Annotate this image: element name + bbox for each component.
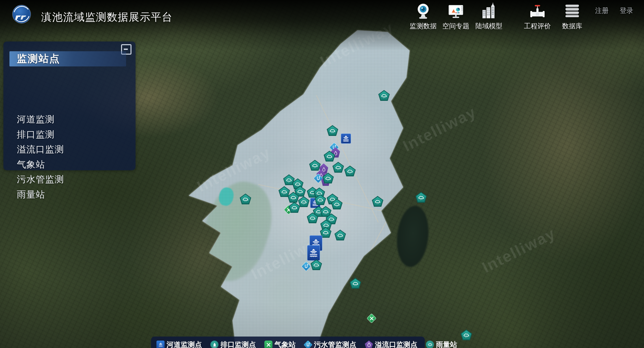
nav-database[interactable]: 数据库: [553, 2, 592, 31]
rain-marker-icon: [324, 175, 332, 182]
panel-title: 监测站点: [9, 52, 60, 66]
nav-label: 监测数据: [410, 22, 437, 31]
legend-item-outlet[interactable]: 排口监测点: [210, 340, 256, 348]
nav-label: 工程评价: [524, 22, 551, 31]
rain-marker-icon: [328, 127, 336, 135]
rain-marker-icon: [462, 332, 470, 339]
rain-marker-icon: [300, 199, 308, 206]
map-marker-weather[interactable]: [367, 314, 376, 323]
sewage-marker-icon: [303, 264, 309, 269]
legend-item-river[interactable]: 河道监测点: [156, 340, 202, 348]
rain-marker-icon: [322, 229, 330, 237]
map-marker-rain[interactable]: [331, 199, 343, 209]
sidebar-item-overflow-monitoring[interactable]: 溢流口监测: [3, 142, 136, 157]
rain-marker-icon: [325, 153, 333, 161]
map-marker-rain[interactable]: [311, 259, 322, 270]
road-line: [337, 200, 398, 313]
map-marker-rain[interactable]: [461, 329, 472, 340]
map-marker-rain[interactable]: [350, 278, 361, 289]
rain-marker-icon: [311, 162, 319, 170]
sidebar-item-river-monitoring[interactable]: 河道监测: [3, 112, 136, 127]
outlet-monitoring-icon: [210, 341, 218, 348]
legend-item-rain[interactable]: 雨量站: [426, 340, 457, 348]
rain-marker-icon: [336, 232, 344, 239]
panel-menu: 河道监测 排口监测 溢流口监测 气象站 污水管监测 雨量站: [3, 112, 136, 202]
company-logo: [11, 4, 32, 24]
panel-title-bar[interactable]: 监测站点: [9, 51, 126, 66]
nav-project-evaluation[interactable]: 工程评价: [518, 2, 557, 31]
rain-marker-icon: [351, 280, 359, 288]
nav-land-model[interactable]: 陆域模型: [469, 2, 508, 31]
sewage-marker-icon: [316, 176, 321, 181]
login-link[interactable]: 登录: [620, 6, 633, 15]
riverBig-marker-icon: [308, 246, 319, 259]
map-marker-rain[interactable]: [415, 192, 427, 203]
nav-label: 空间专题: [442, 22, 469, 31]
sidebar-item-sewage-pipe-monitoring[interactable]: 污水管监测: [3, 172, 136, 187]
rain-marker-icon: [280, 188, 288, 196]
rain-marker-icon: [309, 215, 317, 222]
webcam-icon: [414, 2, 432, 21]
map-marker-river[interactable]: [341, 134, 351, 144]
river-monitoring-icon: [156, 341, 165, 348]
rain-marker-icon: [312, 262, 320, 269]
monitoring-stations-panel: 监测站点 河道监测 排口监测 溢流口监测 气象站 污水管监测 雨量站: [3, 41, 136, 170]
rain-marker-icon: [380, 92, 388, 100]
page-title: 滇池流域监测数据展示平台: [41, 10, 173, 24]
river-marker-icon: [342, 135, 350, 143]
map-marker-rain[interactable]: [344, 166, 356, 176]
map-marker-rain[interactable]: [288, 192, 299, 203]
map-marker-rain[interactable]: [334, 230, 346, 240]
overflow-outlet-icon: [365, 341, 373, 348]
sidebar-item-weather-station[interactable]: 气象站: [3, 157, 136, 172]
weather-marker-icon: [369, 316, 374, 321]
map-marker-rain[interactable]: [315, 194, 326, 205]
legend-item-sewage[interactable]: 污水管监测点: [304, 340, 356, 348]
rain-marker-icon: [241, 196, 250, 203]
sewage-pipe-icon: [303, 340, 313, 348]
map-marker-rain[interactable]: [322, 173, 334, 183]
legend-item-weather[interactable]: 气象站: [264, 340, 296, 348]
map-marker-rain[interactable]: [324, 151, 335, 162]
rain-marker-icon: [417, 194, 425, 202]
register-link[interactable]: 注册: [595, 6, 609, 15]
map-marker-rain[interactable]: [372, 196, 383, 207]
rain-gauge-icon: [426, 341, 434, 348]
map-marker-rain[interactable]: [289, 202, 300, 213]
map-marker-sewage[interactable]: [302, 262, 311, 271]
map-marker-rain[interactable]: [332, 162, 344, 173]
legend-item-overflow[interactable]: 溢流口监测点: [365, 340, 417, 348]
map-marker-rain[interactable]: [309, 160, 321, 171]
rain-marker-icon: [316, 197, 324, 204]
nav-label: 数据库: [562, 22, 582, 31]
weather-station-icon: [264, 341, 272, 348]
monitor-chart-icon: [447, 2, 465, 21]
map-marker-riverBig[interactable]: [307, 245, 320, 261]
rain-marker-icon: [290, 204, 298, 212]
map-marker-rain[interactable]: [240, 194, 251, 204]
nav-label: 陆域模型: [475, 22, 502, 31]
database-icon: [563, 2, 581, 21]
city-buildings-icon: [480, 2, 498, 21]
rain-marker-icon: [333, 201, 341, 208]
sidebar-item-outlet-monitoring[interactable]: 排口监测: [3, 127, 136, 142]
dianchi-lake: [190, 173, 282, 289]
map-marker-rain[interactable]: [327, 125, 338, 136]
map-marker-rain[interactable]: [307, 212, 318, 223]
pipe-valve-icon: [528, 2, 547, 21]
rain-marker-icon: [289, 194, 297, 202]
sidebar-item-rain-gauge-station[interactable]: 雨量站: [3, 187, 136, 202]
map-marker-rain[interactable]: [378, 90, 390, 101]
rain-marker-icon: [374, 198, 382, 206]
map-legend: 河道监测点 排口监测点 气象站 污水管监测点 溢流口监测点 雨量站: [151, 337, 425, 348]
rain-marker-icon: [346, 168, 354, 175]
reservoir: [217, 186, 235, 207]
rain-marker-icon: [334, 164, 342, 172]
app: { "header": { "title": "滇池流域监测数据展示平台", "…: [0, 0, 644, 348]
